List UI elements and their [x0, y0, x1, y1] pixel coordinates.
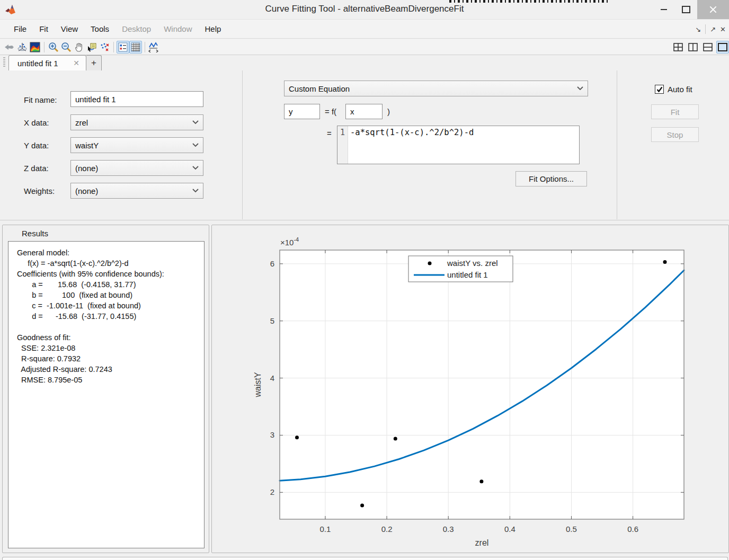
z-data-label: Z data:: [24, 164, 49, 173]
maximize-button[interactable]: [675, 0, 697, 19]
close-paren-label: ): [387, 107, 390, 116]
toolbar: [0, 39, 729, 55]
line-number-gutter: 1: [337, 126, 348, 164]
zoom-in-icon[interactable]: [47, 41, 60, 54]
tab-close-icon[interactable]: ✕: [72, 59, 81, 67]
layout-single-icon[interactable]: [716, 41, 729, 54]
toolbar-separator: [113, 42, 114, 52]
undock-icon[interactable]: ↗: [710, 25, 716, 33]
results-title: Results: [22, 229, 48, 238]
dependent-variable-input[interactable]: [284, 104, 320, 119]
results-text: General model: f(x) = -a*sqrt(1-(x-c).^2…: [8, 242, 204, 385]
results-box[interactable]: General model: f(x) = -a*sqrt(1-(x-c).^2…: [8, 241, 205, 548]
menu-help[interactable]: Help: [199, 21, 228, 37]
x-data-select[interactable]: zrel: [70, 114, 203, 130]
weights-select[interactable]: (none): [70, 183, 203, 199]
plus-icon: +: [91, 58, 96, 68]
data-point[interactable]: [360, 504, 364, 508]
back-arrow-icon[interactable]: [3, 41, 16, 54]
add-fit-tab-button[interactable]: +: [86, 55, 102, 70]
independent-variable-input[interactable]: [345, 104, 383, 119]
z-data-select[interactable]: (none): [70, 160, 203, 176]
close-button[interactable]: [697, 0, 729, 19]
x-tick-label: 0.6: [627, 525, 638, 534]
fit-button[interactable]: Fit: [651, 104, 699, 119]
panel-close-icon[interactable]: ✕: [720, 25, 726, 33]
x-data-value: zrel: [75, 118, 88, 127]
stop-button[interactable]: Stop: [651, 127, 699, 142]
data-point[interactable]: [295, 435, 299, 439]
menu-desktop[interactable]: Desktop: [115, 21, 157, 37]
auto-fit-row: Auto fit: [655, 85, 692, 94]
y-axis-exponent: ×10-4: [280, 236, 299, 247]
plot-canvas[interactable]: 0.10.20.30.40.50.623456×10-4zrelwaistYwa…: [212, 225, 728, 553]
legend-marker: [428, 262, 432, 265]
chevron-down-icon: [192, 166, 199, 170]
x-data-label: X data:: [24, 118, 49, 127]
menu-file[interactable]: File: [7, 21, 33, 37]
equals-label: =: [327, 129, 332, 138]
minimize-icon: [661, 9, 667, 10]
stop-button-label: Stop: [667, 130, 683, 139]
dock-icon[interactable]: ↘: [695, 25, 701, 33]
toolbar-separator: [44, 42, 45, 52]
fit-options-button[interactable]: Fit Options...: [515, 171, 587, 186]
fit-name-label: Fit name:: [24, 95, 57, 104]
3d-axes-icon[interactable]: [16, 41, 29, 54]
menu-fit[interactable]: Fit: [33, 21, 55, 37]
fit-name-input[interactable]: [70, 91, 203, 107]
equals-f-label: = f(: [325, 107, 336, 116]
auto-fit-checkbox[interactable]: [655, 85, 664, 94]
results-panel: Results General model: f(x) = -a*sqrt(1-…: [2, 225, 209, 553]
equation-expression[interactable]: -a*sqrt(1-(x-c).^2/b^2)-d: [348, 126, 476, 164]
fit-button-label: Fit: [671, 108, 680, 117]
x-tick-label: 0.5: [566, 525, 577, 534]
check-icon: [656, 86, 663, 93]
model-type-select[interactable]: Custom Equation: [284, 81, 588, 96]
tab-label: untitled fit 1: [17, 59, 58, 68]
x-axis-label: zrel: [475, 538, 489, 547]
title-bar: Curve Fitting Tool - alternativeBeamDive…: [0, 0, 729, 20]
y-data-select[interactable]: waistY: [70, 137, 203, 153]
panel-gap: [0, 553, 729, 557]
layout-grid-icon[interactable]: [672, 41, 684, 54]
colormap-icon[interactable]: [29, 41, 41, 54]
z-data-value: (none): [75, 164, 98, 173]
pan-hand-icon[interactable]: [73, 41, 85, 54]
weights-label: Weights:: [24, 186, 55, 195]
zoom-out-icon[interactable]: [60, 41, 73, 54]
curve-fitting-tool-window: { "window": { "title": "Curve Fitting To…: [0, 0, 729, 560]
menu-bar: FileFitViewToolsDesktopWindowHelp: [0, 20, 729, 39]
window-title: Curve Fitting Tool - alternativeBeamDive…: [0, 4, 729, 14]
panel-divider: [242, 70, 243, 219]
exclude-outliers-icon[interactable]: [98, 41, 111, 54]
menu-tools[interactable]: Tools: [84, 21, 115, 37]
grid-toggle-icon[interactable]: [129, 41, 142, 54]
data-point[interactable]: [479, 479, 483, 483]
maximize-icon: [682, 6, 690, 13]
chevron-down-icon: [577, 86, 583, 91]
chevron-down-icon: [192, 143, 199, 147]
equation-editor[interactable]: 1 -a*sqrt(1-(x-c).^2/b^2)-d: [337, 126, 580, 164]
y-tick-label: 2: [270, 487, 274, 496]
menu-bar-dock-controls: ↘ ↗ ✕: [695, 20, 726, 39]
layout-hsplit-icon[interactable]: [701, 41, 714, 54]
data-cursor-icon[interactable]: [85, 41, 98, 54]
menu-window[interactable]: Window: [157, 21, 198, 37]
tab-untitled-fit-1[interactable]: untitled fit 1 ✕: [8, 55, 86, 70]
data-point[interactable]: [394, 437, 397, 440]
model-type-value: Custom Equation: [289, 84, 350, 93]
layout-vsplit-icon[interactable]: [687, 41, 699, 54]
data-point[interactable]: [663, 260, 667, 264]
tab-grip-handle[interactable]: [3, 57, 5, 68]
legend-entry-label: waistY vs. zrel: [447, 259, 498, 268]
x-tick-label: 0.4: [504, 525, 515, 534]
y-tick-label: 6: [270, 259, 274, 268]
legend-toggle-icon[interactable]: [117, 41, 129, 54]
adjust-axes-limits-icon[interactable]: [148, 41, 161, 54]
plot-panel: 0.10.20.30.40.50.623456×10-4zrelwaistYwa…: [211, 225, 729, 553]
minimize-button[interactable]: [653, 0, 675, 19]
menu-view[interactable]: View: [55, 21, 84, 37]
legend-entry-label: untitled fit 1: [447, 270, 488, 279]
x-tick-label: 0.1: [320, 525, 331, 534]
